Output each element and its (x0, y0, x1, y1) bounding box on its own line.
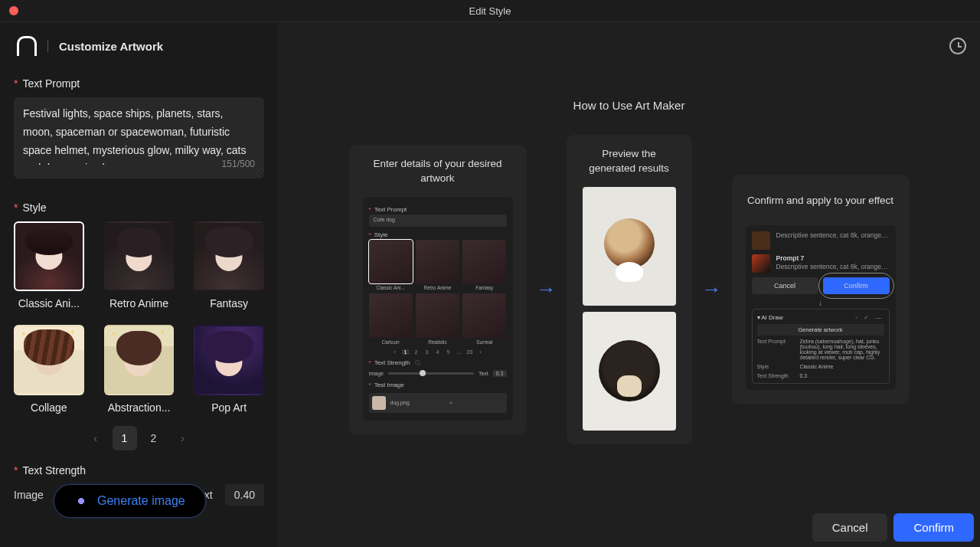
prompt-counter: 151/500 (222, 156, 255, 172)
style-thumb (104, 221, 175, 292)
preview-image-2 (583, 312, 676, 431)
resize-handle-icon[interactable]: ⋰ (255, 164, 263, 177)
style-label: Abstraction... (104, 401, 175, 414)
style-thumb (194, 221, 264, 292)
style-label: Pop Art (194, 401, 264, 414)
style-label: Classic Ani... (14, 297, 84, 310)
mini-prompt-input: Cute dog (369, 215, 507, 227)
prompt-textarea-wrap: 151/500 ⋰ (14, 97, 264, 179)
style-grid: Classic Ani...Retro AnimeFantasyCollageA… (14, 221, 264, 414)
window-title: Edit Style (0, 5, 980, 17)
page-title: Customize Artwork (59, 40, 163, 53)
card-title: Preview the generated results (580, 147, 678, 176)
confirm-button[interactable]: Confirm (893, 513, 974, 542)
close-icon[interactable] (9, 6, 18, 15)
preview-image-1 (583, 187, 676, 306)
style-tile[interactable]: Fantasy (194, 221, 264, 310)
footer: Cancel Confirm (278, 507, 980, 547)
style-tile[interactable]: Collage (14, 325, 84, 414)
required-asterisk: * (14, 464, 18, 477)
style-thumb (14, 325, 84, 395)
style-label: * Style (14, 201, 264, 214)
mini-cancel-button: Cancel (752, 277, 818, 294)
strength-value: 0.40 (225, 484, 264, 506)
style-label: Collage (14, 401, 84, 414)
strength-image-label: Image (14, 489, 44, 501)
required-asterisk: * (14, 201, 18, 214)
card1-screenshot: *Text Prompt Cute dog *Style Classic Ani… (363, 197, 513, 421)
style-thumb (104, 325, 175, 395)
generate-image-button[interactable]: Generate image (54, 484, 206, 518)
preview-body (580, 187, 678, 431)
history-icon[interactable] (949, 38, 966, 54)
card-title: Confirm and apply to your effect (747, 187, 893, 215)
howto-card-confirm: Confirm and apply to your effect Descrip… (732, 175, 910, 404)
pager-page-1[interactable]: 1 (113, 426, 137, 450)
titlebar: Edit Style (0, 0, 980, 22)
logo-icon (17, 36, 37, 56)
pager-page-2[interactable]: 2 (142, 426, 166, 450)
required-asterisk: * (14, 77, 18, 90)
style-thumb (194, 325, 264, 395)
main-title: How to Use Art Maker (278, 99, 980, 112)
style-label: Retro Anime (104, 297, 175, 310)
prompt-label: * Text Prompt (14, 77, 264, 90)
style-tile[interactable]: Pop Art (194, 325, 264, 414)
sparkle-icon (71, 491, 90, 510)
mini-confirm-button: Confirm (823, 277, 890, 294)
sidebar: Customize Artwork * Text Prompt 151/500 … (0, 22, 278, 547)
prompt-textarea[interactable] (23, 105, 255, 165)
style-tile[interactable]: Abstraction... (104, 325, 175, 414)
arrow-right-icon: → (692, 277, 732, 301)
divider (47, 40, 48, 52)
arrow-right-icon: → (527, 277, 567, 301)
pager-prev[interactable]: ‹ (83, 426, 108, 450)
style-tile[interactable]: Retro Anime (104, 221, 175, 310)
style-label: Fantasy (194, 297, 264, 310)
main: How to Use Art Maker Enter details of yo… (278, 22, 980, 547)
pager: ‹ 1 2 › (14, 426, 264, 450)
strength-label: * Text Strength (14, 464, 264, 477)
howto-card-enter-details: Enter details of your desired artwork *T… (349, 145, 527, 434)
style-thumb (14, 221, 84, 292)
cancel-button[interactable]: Cancel (812, 513, 888, 542)
howto-card-preview: Preview the generated results (567, 135, 692, 444)
card-title: Enter details of your desired artwork (363, 157, 513, 186)
confirm-body: Descriptive sentence, cat 8k, orange… Pr… (746, 225, 896, 390)
howto-row: Enter details of your desired artwork *T… (278, 135, 980, 444)
pager-next[interactable]: › (171, 426, 195, 450)
style-tile[interactable]: Classic Ani... (14, 221, 84, 310)
